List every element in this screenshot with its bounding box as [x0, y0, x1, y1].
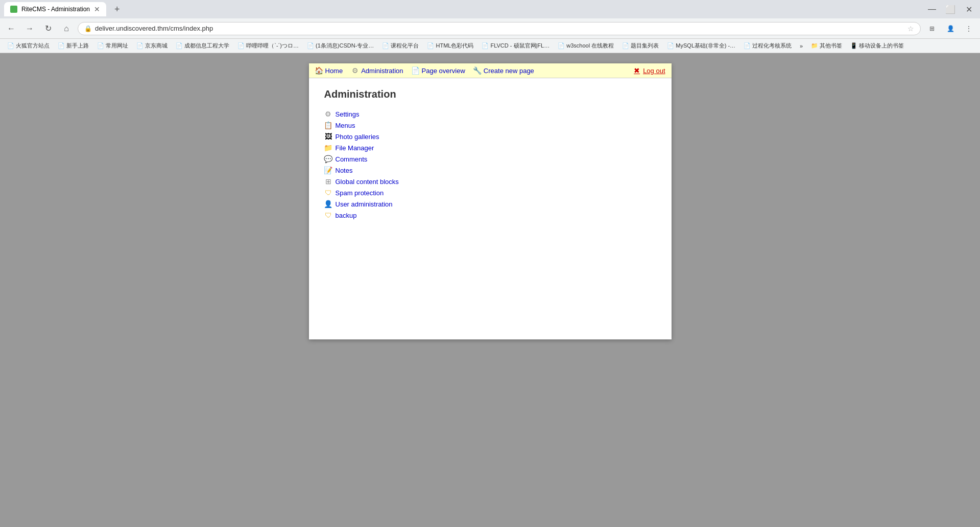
nav-administration[interactable]: Administration [351, 66, 403, 75]
home-icon [315, 66, 323, 75]
bookmark-item[interactable]: 📄 课程化平台 [379, 41, 422, 51]
bookmark-item[interactable]: 📄 (1条消息)CSDN-专业… [304, 41, 377, 51]
pages-icon [412, 66, 420, 75]
profile-button[interactable]: 👤 [943, 21, 958, 36]
nav-create-new-page[interactable]: Create new page [473, 66, 534, 75]
extensions-button[interactable]: ⊞ [925, 21, 939, 36]
reload-button[interactable]: ↻ [41, 21, 55, 36]
cms-content: Administration Settings Menus Photo gall… [309, 78, 672, 231]
blocks-icon [324, 177, 332, 186]
folder-icon [324, 144, 332, 152]
create-new-page-label: Create new page [484, 67, 534, 75]
page-overview-label: Page overview [422, 67, 465, 75]
menu-icon [324, 121, 332, 129]
back-button[interactable]: ← [4, 21, 18, 36]
gear-icon [324, 110, 332, 118]
comment-icon [324, 155, 332, 163]
bookmark-item[interactable]: 📄 MySQL基础(非常全) -… [664, 41, 738, 51]
menus-link[interactable]: Menus [336, 122, 355, 129]
bookmarks-bar: 📄 火狐官方站点 📄 新手上路 📄 常用网址 📄 京东商城 📄 成都信息工程大学… [0, 39, 980, 53]
browser-chrome: RiteCMS - Administration ✕ + — ⬜ ✕ ← → ↻… [0, 0, 980, 53]
bookmark-star-icon[interactable]: ☆ [907, 25, 914, 33]
photo-galleries-link[interactable]: Photo galleries [336, 133, 379, 141]
bookmark-item[interactable]: 📄 新手上路 [55, 41, 92, 51]
bookmark-item[interactable]: 📄 题目集列表 [619, 41, 662, 51]
minimize-button[interactable]: — [925, 2, 939, 16]
tab-favicon [10, 6, 17, 13]
bookmark-item[interactable]: 📱 移动设备上的书签 [847, 41, 907, 51]
notes-icon [324, 166, 332, 174]
admin-icon [351, 66, 359, 75]
close-button[interactable]: ✕ [962, 2, 976, 16]
logout-icon [633, 66, 641, 75]
bookmark-item[interactable]: 📄 京东商城 [133, 41, 171, 51]
browser-toolbar: ← → ↻ ⌂ 🔒 deliver.undiscovered.thm/cms/i… [0, 18, 980, 39]
forward-button[interactable]: → [22, 21, 37, 36]
bookmark-item[interactable]: 📄 w3school 在线教程 [555, 41, 617, 51]
bookmark-item[interactable]: » [797, 42, 806, 50]
admin-menu-list: Settings Menus Photo galleries File Mana… [324, 108, 656, 221]
user-administration-link[interactable]: User administration [336, 200, 393, 208]
new-tab-button[interactable]: + [110, 3, 124, 16]
newpage-icon [473, 66, 482, 75]
more-button[interactable]: ⋮ [962, 21, 976, 36]
file-manager-link[interactable]: File Manager [336, 144, 374, 152]
shield-icon [324, 189, 332, 197]
backup-icon [324, 211, 332, 219]
gallery-icon [324, 132, 332, 141]
comments-link[interactable]: Comments [336, 155, 368, 163]
list-item: User administration [324, 198, 656, 210]
list-item: File Manager [324, 142, 656, 153]
spam-protection-link[interactable]: Spam protection [336, 189, 384, 197]
global-content-blocks-link[interactable]: Global content blocks [336, 178, 399, 186]
cms-navbar: Home Administration Page overview Create… [309, 63, 672, 78]
backup-link[interactable]: backup [336, 212, 357, 219]
administration-label: Administration [361, 67, 403, 75]
bookmark-item[interactable]: 📄 成都信息工程大学 [173, 41, 232, 51]
list-item: backup [324, 210, 656, 221]
bookmark-item[interactable]: 📄 HTML色彩代码 [424, 41, 476, 51]
settings-link[interactable]: Settings [336, 110, 360, 118]
bookmark-item[interactable]: 📄 火狐官方站点 [4, 41, 53, 51]
bookmark-item[interactable]: 📄 过程化考核系统 [740, 41, 795, 51]
list-item: Menus [324, 120, 656, 131]
url-text[interactable]: deliver.undiscovered.thm/cms/index.php [95, 25, 904, 32]
notes-link[interactable]: Notes [336, 167, 353, 174]
tab-close-button[interactable]: ✕ [94, 5, 100, 13]
cms-container: Home Administration Page overview Create… [309, 63, 672, 339]
bookmark-item[interactable]: 📁 其他书签 [808, 41, 845, 51]
logout-label: Log out [643, 67, 665, 75]
list-item: Spam protection [324, 187, 656, 198]
tab-title: RiteCMS - Administration [21, 6, 90, 13]
bookmark-item[interactable]: 📄 FLVCD - 硕鼠官网|FL… [479, 41, 553, 51]
page-title: Administration [324, 88, 656, 100]
list-item: Global content blocks [324, 176, 656, 187]
page-wrapper: Home Administration Page overview Create… [0, 53, 980, 527]
user-icon [324, 200, 332, 208]
list-item: Photo galleries [324, 131, 656, 142]
browser-tab[interactable]: RiteCMS - Administration ✕ [4, 2, 106, 16]
list-item: Comments [324, 153, 656, 165]
bookmark-item[interactable]: 📄 哔哩哔哩（`-´)つロ… [234, 41, 302, 51]
bookmark-item[interactable]: 📄 常用网址 [94, 41, 131, 51]
list-item: Settings [324, 108, 656, 120]
nav-logout[interactable]: Log out [633, 66, 665, 75]
address-bar[interactable]: 🔒 deliver.undiscovered.thm/cms/index.php… [78, 22, 921, 35]
home-button[interactable]: ⌂ [59, 21, 74, 36]
nav-home[interactable]: Home [315, 66, 343, 75]
list-item: Notes [324, 165, 656, 176]
maximize-button[interactable]: ⬜ [943, 2, 958, 16]
security-icon: 🔒 [84, 25, 92, 32]
browser-titlebar: RiteCMS - Administration ✕ + — ⬜ ✕ [0, 0, 980, 18]
nav-page-overview[interactable]: Page overview [412, 66, 465, 75]
home-label: Home [325, 67, 343, 75]
